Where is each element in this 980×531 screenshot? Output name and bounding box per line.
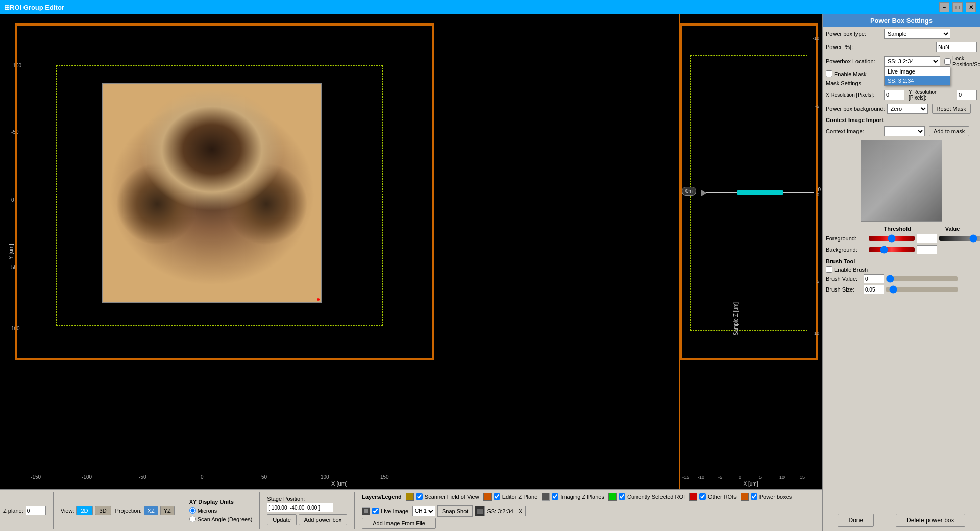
foreground-value-slider[interactable] (939, 236, 980, 241)
maximize-button[interactable]: □ (952, 2, 963, 12)
power-pct-label: Power [%]: (826, 44, 882, 50)
brush-tool-label: Brush Tool (826, 258, 977, 264)
stage-position-input[interactable] (267, 503, 333, 512)
powerbox-location-dropdown[interactable]: SS: 3:2:34 Live Image (884, 56, 940, 66)
y-resolution-input[interactable] (957, 90, 977, 100)
enable-brush-text: Enable Brush (834, 267, 868, 273)
layer-color-editor-zplane (483, 493, 492, 501)
layer-color-scanner-fov (406, 493, 414, 501)
reset-mask-button[interactable]: Reset Mask (932, 104, 971, 114)
layers-title: Layers/Legend (362, 494, 402, 500)
x-tick-minus150: -150 (31, 474, 41, 480)
layer-label-editor-zplane: Editor Z Plane (502, 494, 538, 500)
proj-yz-button[interactable]: YZ (160, 506, 175, 515)
channel-select[interactable]: CH 1 CH 2 (412, 506, 435, 516)
lock-position-label[interactable]: Lock Position/Scaling (944, 55, 980, 67)
power-pct-input[interactable] (936, 42, 977, 52)
xz-x-tick-minus10: -10 (698, 475, 704, 480)
layer-checkbox-scanner-fov[interactable] (416, 493, 423, 500)
microns-radio[interactable] (189, 507, 196, 514)
lock-position-checkbox[interactable] (944, 58, 951, 65)
update-button[interactable]: Update (267, 514, 296, 525)
layer-label-scanner-fov: Scanner Field of View (425, 494, 479, 500)
layer-currently-selected-roi: Currently Selected ROI (608, 493, 685, 501)
divider-1 (53, 492, 54, 529)
brush-value-input[interactable] (864, 274, 884, 283)
background-threshold-value[interactable] (917, 245, 937, 254)
dropdown-item-live-image[interactable]: Live Image (885, 67, 950, 76)
divider-2 (182, 492, 182, 529)
enable-brush-checkbox[interactable] (826, 266, 832, 273)
divider-4 (354, 492, 355, 529)
layer-checkbox-imaging-zplanes[interactable] (552, 493, 558, 500)
brush-value-slider[interactable] (886, 276, 958, 281)
proj-xz-button[interactable]: XZ (144, 506, 158, 515)
brush-size-slider[interactable] (886, 287, 958, 292)
settings-panel-title: Power Box Settings (823, 14, 980, 27)
window-title: ROI Group Editor (10, 4, 64, 11)
delete-power-box-button[interactable]: Delete power box (896, 514, 965, 527)
scan-angle-radio-label[interactable]: Scan Angle (Degrees) (189, 516, 253, 522)
foreground-threshold-slider[interactable] (869, 236, 915, 241)
brush-size-row: Brush Size: (826, 285, 977, 294)
scan-angle-radio[interactable] (189, 516, 196, 522)
xz-x-tick-minus5: -5 (718, 475, 722, 480)
background-threshold-slider[interactable] (869, 247, 915, 252)
context-image-row: Context Image: Add to mask (823, 125, 980, 138)
xz-x-tick-15: 15 (800, 475, 805, 480)
add-power-box-button[interactable]: Add power box (299, 514, 347, 525)
add-image-from-file-button[interactable]: Add Image From File (362, 518, 436, 529)
background-row: Background: (826, 245, 977, 254)
settings-panel: Power Box Settings Power box type: Sampl… (822, 14, 980, 531)
resolution-row: X Resolution [Pixels]: Y Resolution [Pix… (823, 88, 980, 102)
lock-position-text: Lock Position/Scaling (952, 55, 980, 67)
ss-x-button[interactable]: X (516, 506, 526, 516)
xz-viewport[interactable]: -10 -5 0 5 10 -15 -10 -5 0 5 10 15 X [um… (679, 14, 822, 489)
powerbox-location-label: Powerbox Location: (826, 58, 882, 64)
foreground-threshold-value[interactable] (917, 234, 937, 243)
x-resolution-input[interactable] (884, 90, 904, 100)
display-stage-section: XY Display Units Microns Scan Angle (Deg… (189, 492, 253, 529)
powerbox-type-label: Power box type: (826, 31, 882, 37)
dropdown-item-ss[interactable]: SS: 3:2:34 (885, 76, 950, 85)
layer-color-live-image (362, 507, 370, 515)
enable-brush-label[interactable]: Enable Brush (826, 266, 977, 273)
layer-checkbox-other-rois[interactable] (699, 493, 706, 500)
xz-x-tick-5: 5 (759, 475, 762, 480)
layer-imaging-zplanes: Imaging Z Planes (542, 493, 604, 501)
zero-marker: 0m (682, 187, 696, 196)
enable-mask-checkbox[interactable] (826, 70, 832, 77)
projection-label: Projection: (115, 508, 142, 514)
snap-shot-button[interactable]: Snap Shot (437, 505, 473, 517)
view-3d-button[interactable]: 3D (95, 506, 111, 515)
x-tick-minus100: -100 (82, 474, 92, 480)
context-image-dropdown[interactable] (884, 126, 925, 136)
minimize-button[interactable]: – (939, 2, 949, 12)
view-section: View: 2D 3D Projection: XZ YZ (61, 492, 175, 529)
mask-settings-label: Mask Settings (826, 80, 882, 86)
x-resolution-label: X Resolution [Pixels]: (826, 92, 882, 98)
layer-checkbox-live-image[interactable] (372, 508, 379, 514)
layer-color-power-boxes (741, 493, 749, 501)
add-image-row: Add Image From File (362, 518, 819, 529)
powerbox-location-dropdown-list: Live Image SS: 3:2:34 (884, 66, 950, 86)
layer-checkbox-editor-zplane[interactable] (494, 493, 500, 500)
view-2d-button[interactable]: 2D (76, 506, 92, 515)
enable-mask-label[interactable]: Enable Mask (826, 70, 867, 77)
xz-y-tick-10: 10 (814, 331, 819, 336)
bottom-bar: Z plane: View: 2D 3D Projection: XZ YZ X… (0, 489, 822, 531)
xz-y-tick-5: 5 (817, 279, 819, 284)
microns-radio-label[interactable]: Microns (189, 507, 253, 514)
brush-size-input[interactable] (864, 285, 884, 294)
layer-color-other-rois (689, 493, 697, 501)
powerbox-background-label: Power box background: (826, 106, 885, 112)
powerbox-background-dropdown[interactable]: Zero (887, 104, 928, 114)
powerbox-type-dropdown[interactable]: Sample (884, 29, 950, 39)
xy-viewport[interactable]: Y [um] -100 -50 0 50 100 -150 -100 -50 0… (0, 14, 679, 489)
add-to-mask-button[interactable]: Add to mask (929, 126, 969, 136)
layer-checkbox-currently-selected-roi[interactable] (619, 493, 625, 500)
close-button[interactable]: ✕ (966, 2, 976, 12)
zplane-input[interactable] (26, 506, 46, 515)
layer-checkbox-power-boxes[interactable] (751, 493, 757, 500)
done-button[interactable]: Done (838, 514, 874, 527)
